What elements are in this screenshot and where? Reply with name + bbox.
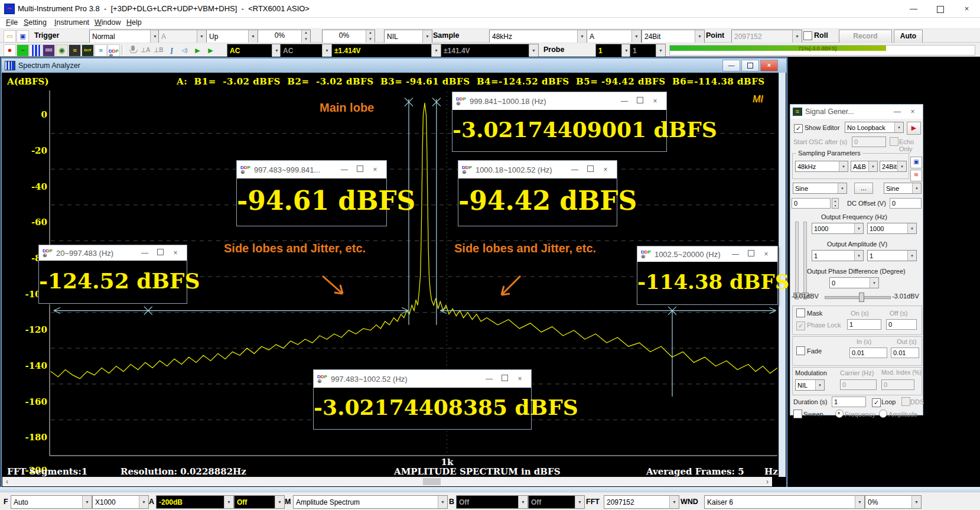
ddp-close-button[interactable]: × [512, 375, 528, 383]
spectrum-minimize-button[interactable]: — [722, 60, 740, 72]
ddp-titlebar[interactable]: DDP⊕ 20~997.483 (Hz) — × [39, 245, 187, 261]
scrollbar-thumb[interactable] [423, 478, 441, 485]
menu-window[interactable]: Window [95, 18, 121, 27]
ddp-maximize-button[interactable] [152, 249, 168, 257]
siggen-channels-select[interactable]: A&B▼ [851, 161, 878, 172]
ddp-minimize-button[interactable]: — [137, 249, 152, 257]
spectrum-restore-button[interactable] [741, 60, 759, 72]
menu-help[interactable]: Help [126, 18, 142, 27]
dds-checkbox[interactable] [901, 397, 910, 407]
spectrum-window-titlebar[interactable]: Spectrum Analyzer — × [2, 59, 786, 73]
phase-lock-checkbox[interactable]: ✓ [796, 320, 805, 330]
ddp-titlebar[interactable]: DDP⊕ 997.483~999.841... — × [237, 161, 386, 178]
overlap-select[interactable]: 0%▼ [865, 495, 922, 509]
duration-input[interactable]: 1 [832, 397, 866, 407]
ddp-titlebar[interactable]: DDP⊕ 1000.18~1002.52 (Hz) — × [458, 161, 617, 178]
ddp-titlebar[interactable]: DDP⊕ 1002.5~20000 (Hz) — × [637, 246, 777, 262]
play-output-icon[interactable]: ▶ [204, 44, 217, 57]
fade-out-input[interactable]: 0.01 [891, 347, 919, 358]
menu-file[interactable]: File [6, 18, 18, 27]
a-shift-select[interactable]: Off▼ [234, 495, 285, 509]
siggen-bits-select[interactable]: 24Bit▼ [880, 161, 907, 172]
speaker-icon[interactable]: ◁) [178, 44, 191, 57]
ddp-maximize-button[interactable] [497, 375, 512, 383]
a-range-select[interactable]: -200dB▼ [156, 495, 234, 509]
point-count-select[interactable]: 2097152▼ [731, 30, 802, 43]
fade-checkbox[interactable] [796, 346, 805, 356]
range-a-select[interactable]: ±1.414V▼ [331, 44, 441, 57]
trigger-source-select[interactable]: A▼ [158, 30, 207, 43]
multimeter-icon[interactable]: 888 [43, 44, 55, 57]
minimize-button[interactable]: — [900, 0, 927, 18]
spectrum-close-button[interactable]: × [760, 60, 778, 72]
sample-rate-select[interactable]: 48kHz▼ [489, 30, 587, 43]
b-range-select[interactable]: Off▼ [456, 495, 528, 509]
maximize-button[interactable] [927, 0, 953, 18]
save-icon[interactable]: ▣ [17, 30, 29, 43]
ddp-maximize-button[interactable] [352, 165, 367, 174]
trigger-delay-spinner[interactable]: 0%▲▼ [322, 30, 375, 43]
bit-depth-select[interactable]: 24Bit▼ [642, 30, 705, 43]
record-icon[interactable]: ● [4, 44, 16, 57]
signal-generator-icon[interactable]: ≈ [69, 44, 81, 57]
auto-button[interactable]: Auto [894, 30, 923, 43]
dc-offset-b-input[interactable]: 0 [890, 198, 922, 209]
open-icon[interactable]: ▭ [4, 30, 16, 43]
waveform-b-select[interactable]: Sine▼ [884, 183, 922, 194]
hpf-select[interactable]: NIL▼ [384, 30, 432, 43]
scroll-right-arrow[interactable]: › [763, 477, 772, 486]
probe-b-select[interactable]: 1▼ [630, 44, 666, 57]
device-test-plan-icon[interactable]: DUT [82, 44, 94, 57]
scroll-left-arrow[interactable]: ‹ [2, 477, 12, 486]
trigger-edge-select[interactable]: Up▼ [206, 30, 258, 43]
view-mode-select[interactable]: Amplitude Spectrum▼ [293, 495, 448, 509]
siggen-hot-panel-icon[interactable]: ≋ [910, 170, 922, 181]
trigger-level-spinner[interactable]: 0%▲▼ [258, 30, 311, 43]
siggen-close-button[interactable]: × [905, 108, 920, 116]
ddp-close-button[interactable]: × [758, 250, 774, 258]
ddp-minimize-button[interactable]: — [337, 165, 352, 174]
fft-size-select[interactable]: 2097152▼ [604, 495, 679, 509]
modulation-select[interactable]: NIL▼ [795, 379, 825, 391]
mask-checkbox[interactable] [796, 308, 805, 318]
coupling-b-select[interactable]: AC▼ [280, 44, 332, 57]
fade-in-input[interactable]: 0.01 [849, 347, 887, 358]
sweep-amplitude-radio[interactable] [879, 410, 887, 418]
ddp-minimize-button[interactable]: — [617, 97, 632, 105]
ground-a-icon[interactable]: ⊥A [139, 44, 152, 57]
probe-calibration-icon[interactable]: ∫ [165, 44, 178, 57]
frequency-a-select[interactable]: 1000▼ [812, 223, 864, 234]
microphone-icon[interactable] [126, 44, 139, 57]
echo-only-checkbox[interactable] [890, 137, 898, 147]
mask-off-input[interactable]: 0 [886, 319, 917, 330]
ddp-maximize-button[interactable] [743, 250, 758, 258]
dc-offset-spinner[interactable]: ▲▼ [832, 198, 839, 209]
x-zoom-select[interactable]: X1000▼ [92, 495, 149, 509]
oscilloscope-icon[interactable]: ~ [17, 44, 29, 57]
ddp-close-button[interactable]: × [598, 165, 613, 174]
sweep-frequency-radio[interactable] [835, 410, 844, 418]
waveform-more-button[interactable]: ... [854, 183, 873, 194]
ddp-minimize-button[interactable]: — [567, 165, 582, 174]
mdi-scroll-strip[interactable] [0, 487, 980, 492]
phase-select[interactable]: 0▼ [829, 277, 879, 288]
data-logger-icon[interactable]: ≈ [95, 44, 107, 57]
ddp-titlebar[interactable]: DDP⊕ 999.841~1000.18 (Hz) — × [452, 92, 666, 110]
menu-setting[interactable]: Setting [24, 18, 47, 27]
amplitude-a-select[interactable]: 1▼ [812, 250, 864, 261]
signal-generator-titlebar[interactable]: ≈ Signal Gener... — × [790, 105, 923, 119]
level-slider-a[interactable] [795, 222, 799, 300]
start-osc-input[interactable]: 0 [852, 137, 886, 147]
siggen-minimize-button[interactable]: — [890, 108, 905, 116]
coupling-a-select[interactable]: AC▼ [227, 44, 282, 57]
ddp-viewer-icon[interactable]: DDP⊕ [108, 44, 120, 57]
carrier-input[interactable]: 0 [840, 379, 877, 390]
frequency-b-select[interactable]: 1000▼ [867, 223, 917, 234]
roll-checkbox[interactable] [803, 31, 812, 41]
amplitude-b-select[interactable]: 1▼ [867, 250, 917, 261]
amplitude-slider-thumb[interactable] [859, 293, 864, 302]
dc-offset-a-input[interactable]: 0 [792, 198, 831, 209]
range-b-select[interactable]: ±141.4V▼ [441, 44, 539, 57]
ground-b-icon[interactable]: ⊥B [152, 44, 165, 57]
level-slider-b[interactable] [803, 222, 807, 300]
